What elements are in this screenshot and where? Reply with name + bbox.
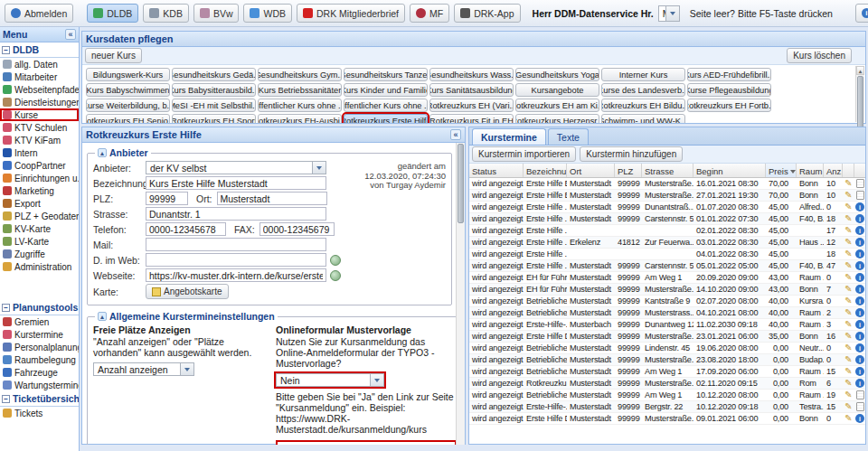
scroll-up-icon[interactable]: ▲ (856, 66, 864, 75)
sidebar-item[interactable]: Mitarbeiter (0, 70, 79, 83)
edit-pencil-icon[interactable]: ✎ (844, 355, 852, 364)
course-button[interactable]: Bildungswerk-Kurs (86, 68, 170, 81)
scrollbar-thumb[interactable] (458, 144, 464, 223)
course-button[interactable]: öffentlicher Kurs ohne ... (258, 99, 342, 112)
org-select[interactable]: Musterstadt e.V. (2501) (658, 5, 680, 22)
table-row[interactable]: wird angezeigt Betriebliche... Mustersta… (469, 366, 865, 378)
sidebar-group-ticketuebersicht[interactable]: Ticketübersicht (0, 391, 79, 407)
app-button[interactable]: MF (410, 4, 449, 23)
document-icon[interactable] (856, 402, 864, 411)
edit-pencil-icon[interactable]: ✎ (844, 343, 852, 352)
collapse-sidebar-icon[interactable] (65, 29, 76, 40)
table-row[interactable]: wird angezeigt Betriebliche... Mustersta… (469, 307, 865, 319)
collapse-fieldset-icon[interactable] (98, 148, 107, 157)
sidebar-item[interactable]: Intern (0, 146, 79, 159)
document-icon[interactable] (856, 179, 864, 188)
column-header[interactable]: Preis (766, 164, 797, 177)
strasse-input[interactable] (146, 207, 326, 221)
sidebar-item[interactable]: Zugriffe (0, 248, 79, 260)
sidebar-item[interactable]: Administration (0, 260, 79, 273)
info-icon[interactable]: i (855, 261, 864, 270)
course-button[interactable]: Gesundheitskurs Tanzen (344, 68, 428, 81)
edit-pencil-icon[interactable]: ✎ (844, 238, 852, 247)
column-header[interactable]: Ort (567, 164, 615, 177)
sidebar-item[interactable]: Dienstleistungen (0, 96, 79, 108)
sidebar-item[interactable]: Export (0, 197, 79, 210)
table-row[interactable]: wird angezeigt Erste Hilfe E Musterstadt… (469, 190, 865, 202)
globe-icon[interactable] (330, 270, 341, 281)
column-header[interactable]: Anz. (824, 164, 843, 177)
edit-pencil-icon[interactable]: ✎ (844, 285, 852, 294)
course-button[interactable]: Gesundheitskurs Yoga (515, 68, 599, 81)
sidebar-item[interactable]: Einrichtungen u. G. (0, 172, 79, 184)
info-icon[interactable]: i (855, 226, 864, 235)
course-button[interactable]: Rotkreuzkurs EH-Ausbi... (258, 114, 342, 123)
app-button[interactable]: Abmelden (5, 4, 73, 23)
courses-scrollbar[interactable]: ▲ (855, 66, 864, 122)
info-icon[interactable]: i (855, 238, 864, 247)
course-button[interactable]: Rotkreuzkurs Herzensr... (515, 114, 599, 123)
edit-pencil-icon[interactable]: ✎ (844, 261, 852, 270)
course-button[interactable]: Interner Kurs (601, 68, 685, 81)
sidebar-group-dldb[interactable]: DLDB (0, 42, 79, 58)
bezeichnung-input[interactable] (146, 176, 326, 190)
sidebar-item[interactable]: KTV KiFam (0, 134, 79, 146)
course-button[interactable]: Schwimm- und WW-K... (601, 114, 685, 123)
table-row[interactable]: wird angezeigt Betriebliche... Mustersta… (469, 296, 865, 307)
form-scrollbar[interactable] (456, 143, 465, 445)
sidebar-item[interactable]: Raumbelegung (0, 353, 79, 366)
course-button[interactable]: MeSI -EH mit Selbsthil... (172, 99, 256, 112)
table-row[interactable]: wird angezeigt Erste Hilfe ... 02.01.202… (469, 225, 865, 237)
table-row[interactable]: wird angezeigt Erste-Hilfe-... Musterbac… (469, 319, 865, 331)
sidebar-item[interactable]: Personalplanung (0, 341, 79, 353)
app-button[interactable]: DRK-App (454, 4, 520, 23)
table-row[interactable]: wird angezeigt Erste Hilfe ... 04.01.202… (469, 249, 865, 260)
course-button[interactable]: Gesundheitskurs Gedä... (172, 68, 256, 81)
info-icon[interactable]: i (855, 202, 864, 211)
edit-pencil-icon[interactable]: ✎ (844, 320, 852, 329)
edit-pencil-icon[interactable]: ✎ (844, 179, 852, 188)
ort-input[interactable] (217, 192, 327, 205)
table-row[interactable]: wird angezeigt Betriebliche... Mustersta… (469, 390, 865, 401)
course-button[interactable]: Kurs Kinder und Familie (344, 83, 428, 97)
edit-pencil-icon[interactable]: ✎ (844, 296, 852, 305)
column-header[interactable]: Raum (797, 164, 824, 177)
app-button[interactable]: WDB (243, 4, 292, 23)
edit-pencil-icon[interactable]: ✎ (844, 308, 852, 317)
info-icon[interactable]: i (855, 355, 864, 364)
table-row[interactable]: wird angezeigt Erste Hilfe D Musterstadt… (469, 331, 865, 343)
table-row[interactable]: wird angezeigt Erste Hilfe D Musterstadt… (469, 413, 865, 425)
sidebar-item[interactable]: Fahrzeuge (0, 366, 79, 379)
course-button[interactable]: Kurse des Landesverb... (601, 83, 685, 97)
table-row[interactable]: wird angezeigt Erste Hilfe B Musterstadt… (469, 178, 865, 190)
course-button[interactable]: Rotkreuzkurs EH Senio... (86, 114, 170, 123)
edit-pencil-icon[interactable]: ✎ (844, 367, 852, 376)
edit-pencil-icon[interactable]: ✎ (844, 379, 852, 388)
sidebar-item[interactable]: KV-Karte (0, 222, 79, 235)
document-icon[interactable] (856, 191, 864, 200)
sidebar-item[interactable]: Kurse (0, 108, 79, 121)
column-header[interactable]: Strasse (642, 164, 693, 177)
course-button[interactable]: Kursangebote (515, 83, 599, 97)
info-icon[interactable]: i (855, 296, 864, 305)
sidebar-item[interactable]: allg. Daten (0, 58, 79, 70)
info-icon[interactable]: i (855, 379, 864, 388)
sidebar-group-planungstools[interactable]: Planungstools (0, 300, 79, 315)
sidebar-item[interactable]: PLZ + Geodaten (0, 210, 79, 222)
course-button[interactable]: Kurs AED-Frühdefibrill... (687, 68, 771, 81)
sidebar-item[interactable]: Webseitenpfade (0, 83, 79, 96)
course-button[interactable]: Kurs Sanitätsausbildung (429, 83, 514, 97)
plz-input[interactable] (146, 192, 188, 205)
sidebar-item[interactable]: KTV Schulen (0, 121, 79, 134)
table-row[interactable]: wird angezeigt EH für Führ... Musterstad… (469, 272, 865, 284)
sidebar-item[interactable]: Marketing (0, 184, 79, 197)
sidebar-item[interactable]: Gremien (0, 315, 79, 328)
course-button[interactable]: Kurs Babyschwimmen (86, 83, 170, 97)
tab[interactable]: Texte (548, 128, 589, 145)
column-header[interactable]: Bezeichnung (524, 164, 567, 177)
info-icon[interactable]: i (855, 332, 864, 341)
course-button[interactable]: Rotkreuzkurs EH Fortb... (687, 99, 771, 112)
new-course-button[interactable]: neuer Kurs (85, 48, 142, 63)
app-button[interactable]: DLDB (87, 4, 138, 23)
edit-pencil-icon[interactable]: ✎ (844, 226, 852, 235)
